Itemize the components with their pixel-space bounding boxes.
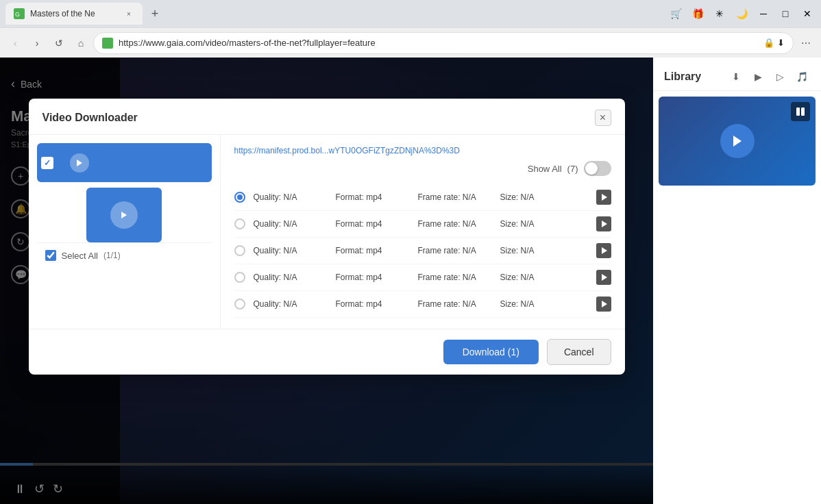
- browser-chrome: G Masters of the Ne × + 🛒 🎁 ✳ 🌙 ─ □ ✕ ‹ …: [0, 0, 821, 58]
- nav-right-icons: ⋯: [796, 34, 816, 53]
- restore-button[interactable]: □: [777, 5, 794, 22]
- quality-radio-2[interactable]: [234, 218, 245, 229]
- lock-icon: 🔒: [763, 38, 774, 48]
- preview-icon-1[interactable]: [596, 190, 611, 205]
- quality-row-2: Quality: N/A Format: mp4 Frame rate: N/A…: [234, 211, 611, 238]
- quality-panel: https://manifest.prod.bol...wYTU0OGFiZTg…: [221, 135, 625, 329]
- dialog-header: Video Downloader ×: [29, 99, 625, 135]
- format-label-3: Format: mp4: [336, 246, 404, 255]
- framerate-label-5: Frame rate: N/A: [418, 299, 487, 309]
- select-all-label: Select All: [62, 251, 98, 261]
- quality-label-5: Quality: N/A: [254, 299, 322, 309]
- library-title: Library: [664, 71, 701, 83]
- video-thumbnail: [59, 147, 100, 178]
- video-list-panel: Select All (1/1): [29, 135, 221, 329]
- video-library-icon[interactable]: ▶: [750, 68, 766, 85]
- home-button[interactable]: ⌂: [71, 34, 90, 53]
- library-content: [653, 91, 821, 504]
- tab-title: Masters of the Ne: [30, 9, 118, 18]
- right-sidebar: Library ⬇ ▶ ▷ 🎵: [653, 58, 821, 504]
- preview-icon-4[interactable]: [596, 270, 611, 285]
- forward-nav-button[interactable]: ›: [27, 34, 47, 53]
- cart-icon[interactable]: 🛒: [667, 5, 684, 22]
- format-label-5: Format: mp4: [336, 299, 404, 309]
- video-thumb-play-icon: [70, 153, 89, 173]
- preview-icon-5[interactable]: [596, 297, 611, 312]
- framerate-label-1: Frame rate: N/A: [418, 192, 487, 202]
- size-label-5: Size: N/A: [500, 299, 569, 309]
- show-all-label: Show All: [528, 164, 562, 174]
- active-tab[interactable]: G Masters of the Ne ×: [5, 3, 143, 25]
- quality-row-1: Quality: N/A Format: mp4 Frame rate: N/A…: [234, 184, 611, 211]
- library-thumb-overlay: [791, 102, 810, 121]
- tab-close-button[interactable]: ×: [123, 8, 134, 19]
- address-text: https://www.gaia.com/video/masters-of-th…: [119, 38, 758, 48]
- download-library-icon[interactable]: ⬇: [728, 68, 744, 85]
- library-icon-row: ⬇ ▶ ▷ 🎵: [728, 68, 810, 85]
- brightness-icon[interactable]: ✳: [711, 5, 728, 22]
- video-item-checkbox[interactable]: [41, 157, 53, 169]
- tab-bar: G Masters of the Ne × + 🛒 🎁 ✳ 🌙 ─ □ ✕: [0, 0, 821, 27]
- size-label-2: Size: N/A: [500, 219, 569, 229]
- size-label-1: Size: N/A: [500, 192, 569, 202]
- new-tab-button[interactable]: +: [145, 4, 164, 23]
- address-favicon-icon: [102, 38, 113, 49]
- size-label-4: Size: N/A: [500, 273, 569, 282]
- extensions-button[interactable]: ⋯: [796, 34, 816, 53]
- video-page-area: ‹ Back Masters of t... Sacred Geomet... …: [0, 58, 653, 504]
- size-label-3: Size: N/A: [500, 246, 569, 255]
- gift-icon[interactable]: 🎁: [689, 5, 706, 22]
- quality-info-3: Quality: N/A Format: mp4 Frame rate: N/A…: [254, 246, 588, 255]
- download-button[interactable]: Download (1): [443, 340, 539, 364]
- library-thumbnail: [659, 97, 816, 186]
- quality-row-3: Quality: N/A Format: mp4 Frame rate: N/A…: [234, 238, 611, 264]
- framerate-label-4: Frame rate: N/A: [418, 273, 487, 282]
- quality-row-5: Quality: N/A Format: mp4 Frame rate: N/A…: [234, 291, 611, 318]
- toggle-knob: [585, 162, 598, 175]
- quality-label-4: Quality: N/A: [254, 273, 322, 282]
- format-label-4: Format: mp4: [336, 273, 404, 282]
- quality-info-1: Quality: N/A Format: mp4 Frame rate: N/A…: [254, 192, 588, 202]
- format-label-2: Format: mp4: [336, 219, 404, 229]
- quality-label-3: Quality: N/A: [254, 246, 322, 255]
- play-library-icon[interactable]: ▷: [772, 68, 788, 85]
- select-all-row: Select All (1/1): [37, 242, 212, 268]
- back-nav-button[interactable]: ‹: [5, 34, 25, 53]
- cancel-button[interactable]: Cancel: [547, 339, 611, 365]
- preview-icon-2[interactable]: [596, 216, 611, 231]
- manifest-link[interactable]: https://manifest.prod.bol...wYTU0OGFiZTg…: [234, 146, 611, 155]
- tab-favicon: G: [14, 8, 25, 19]
- reload-button[interactable]: ↺: [49, 34, 69, 53]
- quality-row-4: Quality: N/A Format: mp4 Frame rate: N/A…: [234, 264, 611, 291]
- framerate-label-3: Frame rate: N/A: [418, 246, 487, 255]
- quality-radio-1[interactable]: [234, 192, 245, 203]
- quality-info-5: Quality: N/A Format: mp4 Frame rate: N/A…: [254, 299, 588, 309]
- show-all-toggle[interactable]: [584, 161, 611, 176]
- quality-radio-5[interactable]: [234, 299, 245, 310]
- close-window-button[interactable]: ✕: [799, 5, 816, 22]
- show-all-count: (7): [567, 164, 578, 174]
- framerate-label-2: Frame rate: N/A: [418, 219, 487, 229]
- dialog-close-button[interactable]: ×: [595, 110, 611, 126]
- moon-icon[interactable]: 🌙: [733, 5, 750, 22]
- video-list-item[interactable]: [37, 143, 212, 182]
- library-thumb-play-icon: [720, 124, 755, 158]
- quality-label-1: Quality: N/A: [254, 192, 322, 202]
- svg-text:G: G: [15, 11, 20, 18]
- video-downloader-dialog: Video Downloader ×: [29, 99, 625, 375]
- minimize-button[interactable]: ─: [755, 5, 772, 22]
- dialog-title: Video Downloader: [42, 112, 138, 124]
- quality-info-4: Quality: N/A Format: mp4 Frame rate: N/A…: [254, 273, 588, 282]
- dialog-overlay: Video Downloader ×: [0, 58, 653, 504]
- svg-rect-1: [796, 108, 800, 116]
- dialog-body: Select All (1/1) https://manifest.prod.b…: [29, 135, 625, 329]
- quality-radio-3[interactable]: [234, 245, 245, 256]
- browser-extra-icons: 🛒 🎁 ✳ 🌙 ─ □ ✕: [667, 5, 816, 22]
- select-all-count: (1/1): [103, 251, 121, 260]
- preview-icon-3[interactable]: [596, 243, 611, 258]
- select-all-checkbox[interactable]: [45, 250, 56, 261]
- audio-library-icon[interactable]: 🎵: [794, 68, 810, 85]
- quality-radio-4[interactable]: [234, 272, 245, 283]
- library-header: Library ⬇ ▶ ▷ 🎵: [653, 58, 821, 91]
- address-bar[interactable]: https://www.gaia.com/video/masters-of-th…: [93, 32, 794, 54]
